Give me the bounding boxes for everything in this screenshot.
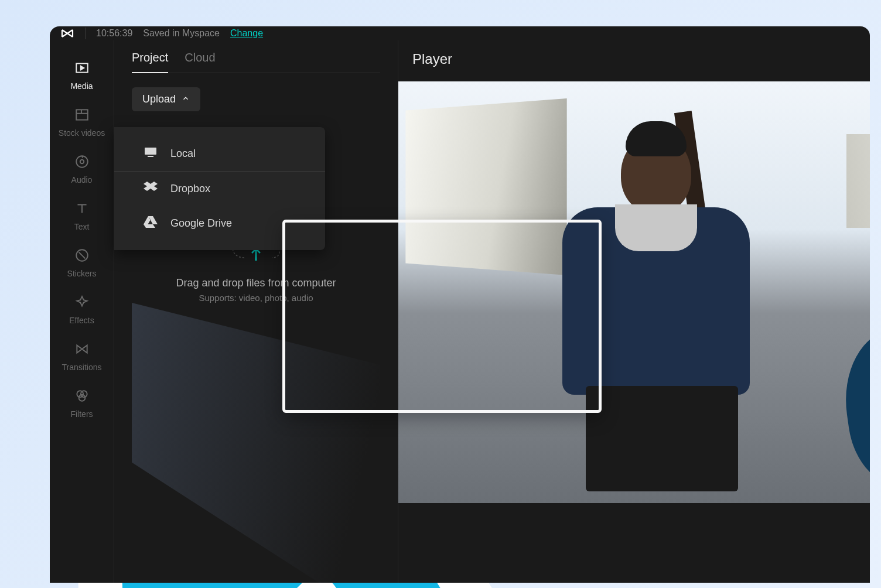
local-icon: [144, 146, 158, 162]
tab-cloud[interactable]: Cloud: [185, 51, 215, 73]
upload-button[interactable]: Upload: [132, 87, 200, 111]
top-bar: 10:56:39 Saved in Myspace Change: [50, 26, 870, 40]
svg-line-10: [78, 252, 85, 259]
upload-option-label: Google Drive: [170, 217, 232, 230]
upload-option-dropbox[interactable]: Dropbox: [114, 172, 325, 206]
sidebar-item-effects[interactable]: Effects: [50, 286, 114, 333]
svg-line-6: [82, 156, 83, 158]
upload-option-label: Dropbox: [170, 183, 210, 195]
sidebar-item-media[interactable]: Media: [50, 52, 114, 99]
svg-rect-14: [145, 148, 156, 155]
audio-icon: [74, 154, 90, 172]
sidebar-item-transitions[interactable]: Transitions: [50, 333, 114, 380]
sidebar-item-audio[interactable]: Audio: [50, 146, 114, 193]
preview-content: [586, 386, 738, 491]
media-icon: [74, 60, 90, 78]
sidebar-label: Transitions: [62, 363, 102, 372]
sidebar-item-text[interactable]: Text: [50, 193, 114, 240]
svg-rect-15: [148, 156, 153, 157]
upload-option-label: Local: [170, 148, 196, 160]
preview-background: [846, 134, 870, 228]
panel-tabs: Project Cloud: [132, 51, 380, 73]
svg-point-12: [80, 391, 87, 397]
chevron-up-icon: [182, 93, 190, 105]
save-timestamp: 10:56:39: [96, 28, 132, 39]
sidebar-item-stock-videos[interactable]: Stock videos: [50, 99, 114, 146]
upload-button-label: Upload: [142, 93, 176, 105]
change-location-link[interactable]: Change: [230, 28, 263, 39]
sidebar-label: Media: [70, 81, 93, 91]
dropbox-icon: [144, 181, 158, 197]
app-logo-icon: [60, 26, 74, 40]
google-drive-icon: [144, 216, 158, 231]
tab-project[interactable]: Project: [132, 51, 168, 73]
transitions-icon: [74, 341, 90, 359]
dragging-media-thumbnail[interactable]: [282, 220, 602, 413]
sidebar-label: Stickers: [67, 269, 97, 278]
effects-icon: [74, 295, 90, 312]
sidebar-item-stickers[interactable]: Stickers: [50, 240, 114, 286]
upload-option-local[interactable]: Local: [114, 136, 325, 172]
svg-point-13: [78, 395, 85, 401]
sidebar-label: Filters: [70, 409, 93, 419]
sidebar-label: Effects: [69, 316, 94, 325]
sidebar-label: Stock videos: [59, 128, 105, 138]
svg-point-5: [80, 160, 84, 164]
preview-content: [836, 320, 870, 493]
tool-sidebar: Media Stock videos Audio Text: [50, 40, 114, 583]
player-title: Player: [412, 51, 870, 67]
sidebar-item-filters[interactable]: Filters: [50, 380, 114, 427]
svg-rect-1: [76, 110, 88, 119]
text-icon: [74, 201, 90, 218]
stickers-icon: [74, 248, 90, 265]
top-bar-divider: [85, 28, 86, 39]
saved-status: Saved in Myspace: [143, 28, 220, 39]
sidebar-label: Text: [74, 222, 90, 231]
filters-icon: [74, 388, 90, 406]
stock-videos-icon: [74, 107, 90, 125]
sidebar-label: Audio: [71, 175, 93, 184]
